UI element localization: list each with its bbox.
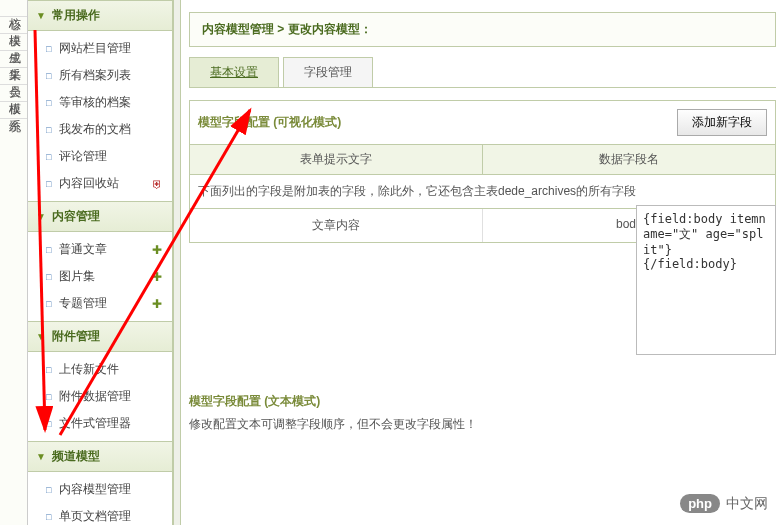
sidebar-item-label: 内容模型管理 (59, 481, 131, 498)
tab-basic-settings[interactable]: 基本设置 (189, 57, 279, 87)
sidebar-item-archives[interactable]: 所有档案列表 (28, 62, 172, 89)
add-icon[interactable]: ✚ (150, 270, 164, 284)
table-header: 表单提示文字 数据字段名 (189, 145, 776, 175)
sidebar-item-label: 所有档案列表 (59, 67, 131, 84)
lower-title: 模型字段配置 (文本模式) (189, 393, 776, 410)
sidebar-item-label: 图片集 (59, 268, 95, 285)
sidebar-item-single-page[interactable]: 单页文档管理 (28, 503, 172, 525)
sidebar-item-label: 等审核的档案 (59, 94, 131, 111)
sidebar-item-gallery[interactable]: 图片集✚ (28, 263, 172, 290)
field-code-textarea[interactable]: {field:body itemname="文" age="split"} {/… (636, 205, 776, 355)
left-tab-column: 核心 模块 生成 采集 会员 模板 系统 (0, 0, 28, 525)
sidebar-item-content-model[interactable]: 内容模型管理 (28, 476, 172, 503)
sidebar-item-filemgr[interactable]: 文件式管理器 (28, 410, 172, 437)
sidebar-item-columns[interactable]: 网站栏目管理 (28, 35, 172, 62)
section-title: 模型字段配置 (可视化模式) (198, 114, 677, 131)
lefttab-module[interactable]: 模块 (0, 17, 27, 34)
group-label: 内容管理 (52, 208, 100, 225)
section-text-config: 模型字段配置 (文本模式) 修改配置文本可调整字段顺序，但不会更改字段属性！ (189, 393, 776, 433)
pane-divider[interactable] (173, 0, 181, 525)
sidebar-item-comments[interactable]: 评论管理 (28, 143, 172, 170)
th-prompt: 表单提示文字 (190, 145, 483, 174)
tab-field-mgmt[interactable]: 字段管理 (283, 57, 373, 87)
sidebar-item-label: 文件式管理器 (59, 415, 131, 432)
sidebar: ▼常用操作 网站栏目管理 所有档案列表 等审核的档案 我发布的文档 评论管理 内… (28, 0, 173, 525)
watermark-text: 中文网 (726, 495, 768, 513)
chevron-down-icon: ▼ (36, 211, 46, 222)
sidebar-item-label: 网站栏目管理 (59, 40, 131, 57)
sidebar-item-label: 评论管理 (59, 148, 107, 165)
add-icon[interactable]: ✚ (150, 243, 164, 257)
lefttab-generate[interactable]: 生成 (0, 34, 27, 51)
watermark-badge: php (680, 494, 720, 513)
sidebar-item-recycle[interactable]: 内容回收站⛨ (28, 170, 172, 197)
sidebar-item-label: 专题管理 (59, 295, 107, 312)
lefttab-template[interactable]: 模板 (0, 85, 27, 102)
chevron-down-icon: ▼ (36, 331, 46, 342)
lefttab-system[interactable]: 系统 (0, 102, 27, 119)
sidebar-item-articles[interactable]: 普通文章✚ (28, 236, 172, 263)
sidebar-item-mydocs[interactable]: 我发布的文档 (28, 116, 172, 143)
tabs: 基本设置 字段管理 (189, 57, 776, 88)
sidebar-item-upload[interactable]: 上传新文件 (28, 356, 172, 383)
main-panel: 内容模型管理 > 更改内容模型： 基本设置 字段管理 模型字段配置 (可视化模式… (181, 0, 784, 525)
sidebar-item-topics[interactable]: 专题管理✚ (28, 290, 172, 317)
breadcrumb: 内容模型管理 > 更改内容模型： (189, 12, 776, 47)
add-icon[interactable]: ✚ (150, 297, 164, 311)
lefttab-member[interactable]: 会员 (0, 68, 27, 85)
sidebar-item-label: 普通文章 (59, 241, 107, 258)
chevron-down-icon: ▼ (36, 10, 46, 21)
lefttab-collect[interactable]: 采集 (0, 51, 27, 68)
sidebar-item-label: 单页文档管理 (59, 508, 131, 525)
group-channel-model[interactable]: ▼频道模型 (28, 441, 172, 472)
group-content-mgmt[interactable]: ▼内容管理 (28, 201, 172, 232)
group-label: 附件管理 (52, 328, 100, 345)
group-common-ops[interactable]: ▼常用操作 (28, 0, 172, 31)
group-label: 频道模型 (52, 448, 100, 465)
section-visual-config: 模型字段配置 (可视化模式) 添加新字段 (189, 100, 776, 145)
lower-desc: 修改配置文本可调整字段顺序，但不会更改字段属性！ (189, 416, 776, 433)
lefttab-core[interactable]: 核心 (0, 0, 27, 17)
sidebar-item-label: 我发布的文档 (59, 121, 131, 138)
group-attachment-mgmt[interactable]: ▼附件管理 (28, 321, 172, 352)
th-fieldname: 数据字段名 (483, 145, 775, 174)
add-field-button[interactable]: 添加新字段 (677, 109, 767, 136)
sidebar-item-attach-data[interactable]: 附件数据管理 (28, 383, 172, 410)
chevron-down-icon: ▼ (36, 451, 46, 462)
group-label: 常用操作 (52, 7, 100, 24)
sidebar-item-label: 附件数据管理 (59, 388, 131, 405)
sidebar-item-label: 内容回收站 (59, 175, 119, 192)
sidebar-item-pending[interactable]: 等审核的档案 (28, 89, 172, 116)
shield-icon: ⛨ (150, 177, 164, 191)
sidebar-item-label: 上传新文件 (59, 361, 119, 378)
td-label: 文章内容 (190, 209, 483, 242)
watermark: php 中文网 (680, 494, 768, 513)
table-description: 下面列出的字段是附加表的字段，除此外，它还包含主表dede_archives的所… (189, 175, 776, 209)
